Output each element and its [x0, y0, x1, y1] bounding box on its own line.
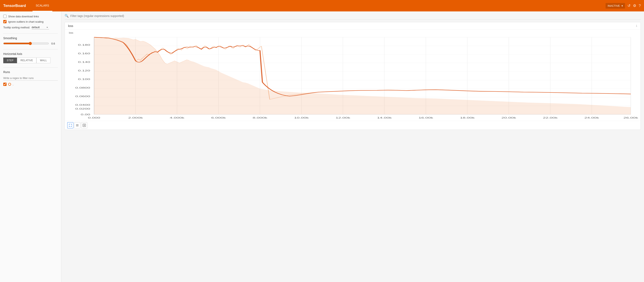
svg-text:0.0800: 0.0800: [75, 87, 90, 89]
status-dropdown[interactable]: INACTIVE ▾: [606, 3, 625, 8]
chart-subtitle: loss: [65, 31, 640, 34]
svg-text:2.000k: 2.000k: [128, 117, 143, 119]
axis-buttons: STEP RELATIVE WALL: [3, 58, 58, 63]
chart-toolbar: [65, 121, 640, 130]
svg-text:0.100: 0.100: [78, 78, 90, 81]
download-chart-button[interactable]: [81, 122, 87, 128]
toggle-list-button[interactable]: [74, 122, 80, 128]
chart-count: 1: [636, 24, 637, 27]
smoothing-row: 0.6: [3, 42, 58, 45]
svg-text:0.0400: 0.0400: [75, 104, 90, 106]
run-label: .: [13, 83, 14, 86]
axis-btn-wall[interactable]: WALL: [36, 58, 50, 63]
settings-icon[interactable]: ⚙: [633, 3, 636, 8]
run-checkbox[interactable]: [3, 83, 6, 86]
chart-container: 0.180 0.160 0.140 0.120 0.100 0.0800 0.0…: [65, 35, 640, 121]
svg-text:0.180: 0.180: [78, 44, 90, 46]
svg-text:22.00k: 22.00k: [543, 117, 558, 119]
svg-text:26.00k: 26.00k: [623, 117, 638, 119]
run-item: .: [3, 83, 58, 86]
svg-text:0.0600: 0.0600: [75, 95, 90, 98]
svg-text:0.0200: 0.0200: [75, 108, 90, 110]
axis-btn-step[interactable]: STEP: [3, 58, 17, 63]
chart-area: loss: [65, 30, 640, 130]
search-icon: 🔍: [64, 14, 69, 18]
horizontal-axis-title: Horizontal Axis: [3, 52, 58, 55]
divider-2: [3, 49, 58, 49]
runs-title: Runs: [3, 70, 58, 74]
run-color-dot: [8, 83, 11, 86]
runs-section: Runs .: [3, 70, 58, 86]
ignore-outliers-row: Ignore outliers in chart scaling: [3, 20, 58, 23]
svg-text:6.000k: 6.000k: [211, 117, 226, 119]
refresh-icon[interactable]: ↺: [628, 3, 630, 8]
ignore-outliers-label: Ignore outliers in chart scaling: [8, 20, 44, 23]
smoothing-value: 0.6: [51, 42, 58, 45]
tooltip-row: Tooltip sorting method: default ascendin…: [3, 25, 58, 29]
chevron-down-icon: ▾: [622, 4, 623, 7]
svg-text:4.000k: 4.000k: [170, 117, 184, 119]
show-download-label: Show data download links: [8, 15, 39, 18]
chart-title: loss: [68, 24, 73, 27]
axis-btn-relative[interactable]: RELATIVE: [17, 58, 36, 63]
smoothing-slider[interactable]: [3, 42, 49, 45]
runs-list: .: [3, 83, 58, 86]
header-right: INACTIVE ▾ ↺ ⚙ ?: [606, 3, 641, 8]
status-label: INACTIVE: [608, 4, 620, 7]
sidebar-options-section: Show data download links Ignore outliers…: [3, 15, 58, 29]
chart-card-loss: loss 1 loss: [64, 22, 641, 130]
svg-text:12.00k: 12.00k: [336, 117, 350, 119]
tooltip-sorting-label: Tooltip sorting method:: [3, 26, 30, 29]
sidebar: Show data download links Ignore outliers…: [0, 11, 61, 282]
svg-text:8.000k: 8.000k: [253, 117, 268, 119]
fit-chart-button[interactable]: [67, 122, 74, 128]
app-logo: TensorBoard: [3, 4, 26, 8]
chart-card-header: loss 1: [65, 22, 640, 30]
svg-text:18.00k: 18.00k: [460, 117, 475, 119]
ignore-outliers-checkbox[interactable]: [3, 20, 6, 23]
filter-input[interactable]: [70, 14, 641, 17]
svg-text:0.00: 0.00: [81, 113, 90, 116]
svg-text:0.000: 0.000: [88, 117, 100, 119]
smoothing-title: Smoothing: [3, 36, 58, 40]
divider-1: [3, 33, 58, 34]
smoothing-section: Smoothing 0.6: [3, 36, 58, 45]
tooltip-sorting-select[interactable]: default ascending descending nearest: [32, 25, 49, 29]
svg-text:24.00k: 24.00k: [584, 117, 600, 119]
chart-svg: 0.180 0.160 0.140 0.120 0.100 0.0800 0.0…: [65, 35, 640, 121]
show-download-checkbox[interactable]: [3, 15, 6, 18]
svg-text:20.00k: 20.00k: [502, 117, 516, 119]
help-icon[interactable]: ?: [639, 4, 641, 8]
svg-text:14.00k: 14.00k: [377, 117, 392, 119]
header: TensorBoard SCALARS INACTIVE ▾ ↺ ⚙ ?: [0, 0, 644, 11]
svg-text:0.160: 0.160: [78, 52, 90, 55]
show-download-row: Show data download links: [3, 15, 58, 18]
layout: Show data download links Ignore outliers…: [0, 11, 644, 282]
divider-3: [3, 67, 58, 68]
svg-text:0.120: 0.120: [78, 70, 90, 72]
svg-text:0.140: 0.140: [78, 61, 90, 63]
runs-filter-input[interactable]: [3, 76, 58, 81]
svg-text:16.00k: 16.00k: [418, 117, 434, 119]
svg-text:10.00k: 10.00k: [294, 117, 309, 119]
header-nav: SCALARS: [32, 0, 606, 11]
main-content: 🔍 loss 1 loss: [61, 11, 644, 282]
nav-item-scalars[interactable]: SCALARS: [32, 0, 52, 11]
filter-bar: 🔍: [64, 14, 641, 19]
horizontal-axis-section: Horizontal Axis STEP RELATIVE WALL: [3, 52, 58, 63]
